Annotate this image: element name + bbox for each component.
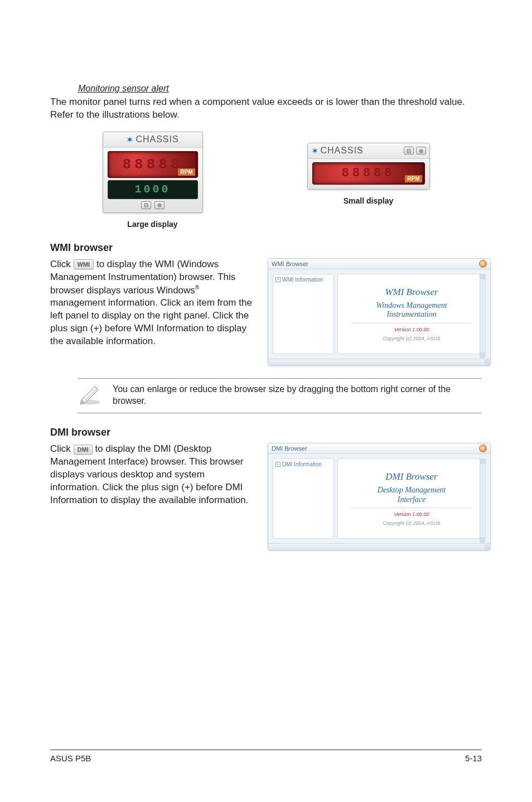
note-text: You can enlarge or reduce the browser si… <box>113 383 482 407</box>
plus-icon[interactable]: + <box>275 277 280 282</box>
small-rpm-badge: RPM <box>405 175 422 182</box>
dmi-window-body: + DMI Information DMI Browser Desktop Ma… <box>268 454 490 543</box>
large-icon-row: ⊟ ⊗ <box>103 201 202 209</box>
fan-icon: ✶ <box>126 134 133 145</box>
close-icon[interactable]: × <box>479 445 487 452</box>
wmi-window-body: + WMI Information WMI Browser Windows Ma… <box>268 269 490 359</box>
close-icon[interactable]: ⊗ <box>416 147 426 154</box>
wmi-button[interactable]: WMI <box>74 259 94 269</box>
small-display-caption: Small display <box>307 196 430 205</box>
wmi-tree-label: WMI Information <box>282 277 323 283</box>
large-dark-digits: 1000 <box>134 183 170 196</box>
wmi-scrollbar[interactable] <box>480 274 485 358</box>
chassis-gauge-small: ✶ CHASSIS ⊟ ⊗ 88888 RPM <box>307 143 430 190</box>
dmi-tree-label: DMI Information <box>282 461 322 467</box>
large-gauge-title: CHASSIS <box>136 134 178 144</box>
monitoring-sensor-alert-heading: Monitoring sensor alert <box>78 84 482 94</box>
dmi-text: Click DMI to display the DMI (Desktop Ma… <box>50 443 257 507</box>
footer-right: 5-13 <box>465 753 482 763</box>
wmi-version: Version 1.00.00 <box>394 327 429 332</box>
wmi-tree-panel: + WMI Information <box>273 274 334 354</box>
dmi-text-before: Click <box>50 443 74 454</box>
large-display-caption: Large display <box>103 220 203 229</box>
wmi-text: Click WMI to display the WMI (Windows Ma… <box>50 258 257 348</box>
dmi-content-sub: Desktop Management Interface <box>378 486 446 505</box>
small-display-block: ✶ CHASSIS ⊟ ⊗ 88888 RPM Small display <box>307 143 430 205</box>
note-row: You can enlarge or reduce the browser si… <box>78 378 482 413</box>
small-gauge-title: CHASSIS <box>321 146 364 156</box>
wmi-text-before: Click <box>50 259 74 269</box>
wmi-window-title: WMI Browser <box>272 260 308 267</box>
plus-icon[interactable]: + <box>275 462 280 467</box>
small-title-row: ✶ CHASSIS ⊟ ⊗ <box>308 143 429 159</box>
dmi-two-col: Click DMI to display the DMI (Desktop Ma… <box>50 443 482 550</box>
pencil-note-icon <box>78 383 103 405</box>
wmi-status-bar[interactable] <box>268 359 490 365</box>
footer-left: ASUS P5B <box>50 753 91 763</box>
wmi-window-wrap: WMI Browser × + WMI Information WMI Brow… <box>268 258 491 366</box>
sensor-alert-paragraph: The monitor panel turns red when a compo… <box>50 96 482 122</box>
dmi-scrollbar[interactable] <box>480 458 485 543</box>
wmi-window-titlebar: WMI Browser × <box>268 259 490 269</box>
dmi-tree-panel: + DMI Information <box>273 458 334 539</box>
small-red-lcd: 88888 RPM <box>312 162 425 185</box>
dmi-window-title: DMI Browser <box>272 445 307 452</box>
page-footer: ASUS P5B 5-13 <box>50 750 482 763</box>
dmi-window: DMI Browser × + DMI Information DMI Brow… <box>268 443 491 550</box>
chassis-gauge-large: ✶ CHASSIS 88888 RPM 1000 ⊟ ⊗ <box>103 132 203 213</box>
dmi-version: Version 1.00.00 <box>394 511 429 517</box>
dmi-content-title: DMI Browser <box>385 471 437 482</box>
wmi-content-panel: WMI Browser Windows Management Instrumen… <box>337 274 486 354</box>
large-dark-lcd: 1000 <box>108 180 198 199</box>
wmi-content-title: WMI Browser <box>385 287 438 298</box>
wmi-window: WMI Browser × + WMI Information WMI Brow… <box>268 258 491 366</box>
dmi-button[interactable]: DMI <box>74 445 93 455</box>
gauge-panels-row: ✶ CHASSIS 88888 RPM 1000 ⊟ ⊗ Large displ… <box>50 132 482 229</box>
wmi-text-tail: management information. Click an item fr… <box>50 297 252 346</box>
close-icon[interactable]: × <box>479 260 487 268</box>
wmi-tree-item[interactable]: + WMI Information <box>275 277 331 283</box>
dmi-browser-heading: DMI browser <box>50 427 482 438</box>
divider <box>351 323 472 323</box>
wmi-two-col: Click WMI to display the WMI (Windows Ma… <box>50 258 482 366</box>
wmi-browser-heading: WMI browser <box>50 242 482 254</box>
wmi-content-sub: Windows Management Instrumentation <box>376 301 447 320</box>
expand-icon[interactable]: ⊟ <box>404 147 414 154</box>
fan-icon: ✶ <box>311 146 318 156</box>
dmi-content-panel: DMI Browser Desktop Management Interface… <box>337 458 486 539</box>
large-display-block: ✶ CHASSIS 88888 RPM 1000 ⊟ ⊗ Large displ… <box>103 132 203 229</box>
dmi-window-wrap: DMI Browser × + DMI Information DMI Brow… <box>268 443 491 550</box>
large-title-row: ✶ CHASSIS <box>103 132 202 148</box>
dmi-status-bar[interactable] <box>268 543 490 550</box>
dmi-tree-item[interactable]: + DMI Information <box>275 461 331 467</box>
large-red-lcd: 88888 RPM <box>108 151 198 178</box>
wmi-copyright: Copyright (c) 2004, ASUS <box>383 336 440 341</box>
collapse-icon[interactable]: ⊟ <box>141 201 151 209</box>
registered-symbol: ® <box>195 284 199 291</box>
dmi-copyright: Copyright (c) 2004, ASUS <box>383 520 440 526</box>
large-rpm-badge: RPM <box>178 168 195 176</box>
close-icon[interactable]: ⊗ <box>154 201 165 209</box>
dmi-window-titlebar: DMI Browser × <box>268 443 490 454</box>
divider <box>351 508 472 508</box>
